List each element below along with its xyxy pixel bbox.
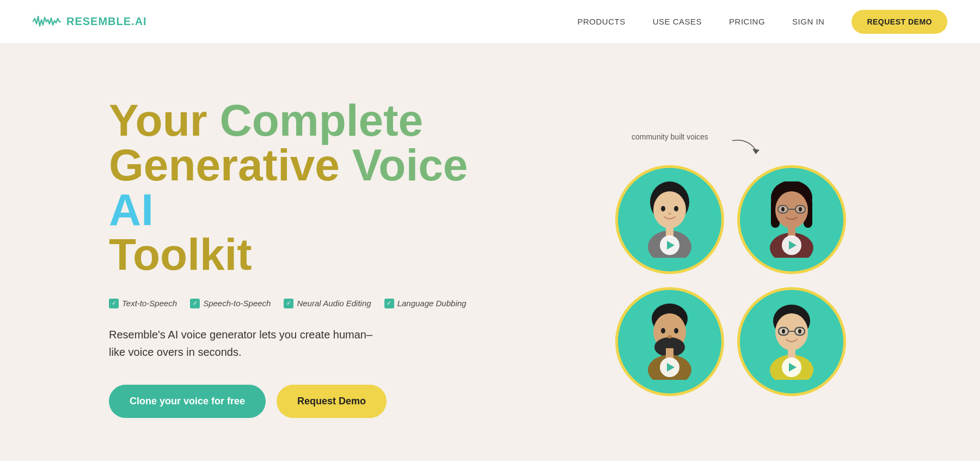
svg-point-24 [667,335,672,338]
check-icon-nae [284,299,293,308]
title-word-voice: Voice [352,140,468,190]
feature-sts: Speech-to-Speech [190,299,271,308]
hero-description: Resemble's AI voice generator lets you c… [109,326,479,361]
title-word-generative: Generative [109,140,340,190]
svg-point-35 [782,329,785,333]
svg-point-15 [781,207,785,211]
title-word-ai: AI [109,185,154,234]
feature-tts: Text-to-Speech [109,299,177,308]
nav-item-request-demo[interactable]: REQUEST DEMO [852,10,947,34]
nav-link-sign-in[interactable]: SIGN IN [792,17,824,26]
avatar-2-play-button[interactable] [782,235,801,255]
nav-link-products[interactable]: PRODUCTS [578,17,626,26]
logo-text: RESEMBLE.AI [66,15,147,28]
svg-point-3 [661,206,665,211]
feature-label-tts: Text-to-Speech [122,299,177,308]
avatar-4-play-button[interactable] [782,357,801,377]
title-word-toolkit: Toolkit [109,229,252,279]
feature-label-sts: Speech-to-Speech [203,299,271,308]
feature-label-nae: Neural Audio Editing [297,299,371,308]
community-label: community built voices [632,132,708,141]
svg-point-23 [674,328,678,333]
logo[interactable]: RESEMBLE.AI [33,14,147,29]
request-demo-hero-button[interactable]: Request Demo [277,385,387,418]
request-demo-button[interactable]: REQUEST DEMO [852,10,947,34]
nav-item-use-cases[interactable]: USE CASES [653,17,702,27]
svg-point-22 [661,328,665,333]
nav-item-sign-in[interactable]: SIGN IN [792,17,824,27]
hero-content: Your Complete Generative Voice AI Toolki… [109,98,479,418]
check-icon-tts [109,299,119,308]
avatar-1-play-button[interactable] [660,235,679,255]
avatar-3-play-button[interactable] [660,357,679,377]
feature-label-ld: Language Dubbing [397,299,467,308]
title-word-your: Your [109,95,207,145]
svg-point-2 [653,191,686,228]
avatar-3[interactable] [615,287,724,396]
nav-link-use-cases[interactable]: USE CASES [653,17,702,26]
feature-list: Text-to-Speech Speech-to-Speech Neural A… [109,299,479,308]
logo-wave-icon [33,14,61,29]
svg-point-5 [668,213,671,215]
check-icon-ld [384,299,394,308]
nav-link-pricing[interactable]: PRICING [729,17,765,26]
feature-ld: Language Dubbing [384,299,467,308]
hero-title: Your Complete Generative Voice AI Toolki… [109,98,479,277]
avatar-grid [588,165,871,396]
nav-item-pricing[interactable]: PRICING [729,17,765,27]
title-word-complete: Complete [220,95,424,145]
svg-point-36 [798,329,801,333]
avatar-2[interactable] [737,165,846,274]
clone-voice-button[interactable]: Clone your voice for free [109,385,266,418]
hero-section: Your Complete Generative Voice AI Toolki… [0,44,980,461]
svg-marker-0 [752,149,759,154]
hero-buttons: Clone your voice for free Request Demo [109,385,479,418]
nav-links: PRODUCTS USE CASES PRICING SIGN IN REQUE… [578,10,947,34]
navbar: RESEMBLE.AI PRODUCTS USE CASES PRICING S… [0,0,980,44]
svg-point-16 [799,207,802,211]
svg-point-4 [674,206,678,211]
avatar-4[interactable] [737,287,846,396]
check-icon-sts [190,299,200,308]
feature-nae: Neural Audio Editing [284,299,371,308]
avatar-section: community built voices [588,122,871,394]
nav-item-products[interactable]: PRODUCTS [578,17,626,27]
avatar-1[interactable] [615,165,724,274]
community-arrow-icon [730,138,762,160]
svg-rect-26 [666,348,673,358]
